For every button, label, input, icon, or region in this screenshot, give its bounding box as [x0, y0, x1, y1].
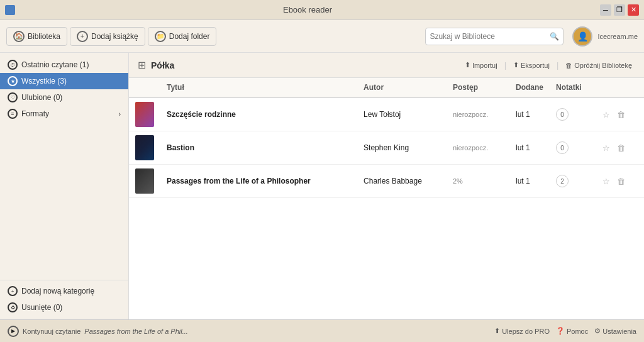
- close-button[interactable]: ✕: [628, 4, 639, 16]
- table-row[interactable]: Szczęście rodzinne Lew Tołstoj nierozpoc…: [129, 97, 644, 131]
- book-cover: [135, 168, 154, 194]
- add-book-icon: +: [77, 31, 88, 42]
- book-actions-cell: ☆ 🗑: [594, 165, 644, 198]
- upgrade-icon: ⬆: [494, 327, 500, 335]
- book-cover: [135, 102, 154, 127]
- toolbar: 🏠 Biblioteka + Dodaj książkę 📁 Dodaj fol…: [0, 20, 644, 53]
- window-controls: ─ ❐ ✕: [600, 4, 639, 16]
- shelf-header: ⊞ Półka ⬆ Importuj | ⬆ Eksportuj | 🗑 Opr…: [129, 53, 644, 78]
- add-folder-label: Dodaj folder: [169, 32, 210, 41]
- books-table: Tytuł Autor Postęp Dodane Notatki Szczęś…: [129, 78, 644, 198]
- separator: |: [504, 60, 506, 70]
- favorite-button[interactable]: ☆: [600, 142, 613, 154]
- plus-icon: +: [8, 286, 18, 296]
- export-button[interactable]: ⬆ Eksportuj: [510, 59, 553, 71]
- help-icon: ❓: [556, 327, 565, 335]
- book-cover-cell: [129, 131, 160, 165]
- book-cover-cell: [129, 165, 160, 198]
- search-icon: 🔍: [550, 32, 559, 41]
- book-author-cell: Stephen King: [357, 131, 447, 165]
- user-section: 👤 Icecream.me: [566, 26, 638, 47]
- shelf-actions: ⬆ Importuj | ⬆ Eksportuj | 🗑 Opróźnij Bi…: [462, 59, 635, 71]
- add-folder-button[interactable]: 📁 Dodaj folder: [148, 27, 217, 46]
- table-row[interactable]: Bastion Stephen King nierozpocz. lut 1 0…: [129, 131, 644, 165]
- sidebar-item-formats[interactable]: ≡ Formaty ›: [0, 106, 128, 122]
- col-title: Tytuł: [160, 78, 357, 97]
- delete-button[interactable]: 🗑: [614, 142, 628, 154]
- sidebar-label-all: Wszystkie (3): [21, 77, 67, 86]
- book-added-cell: lut 1: [509, 97, 550, 131]
- sidebar-item-favorites[interactable]: ♡ Ulubione (0): [0, 89, 128, 106]
- book-progress-cell: nierozpocz.: [447, 97, 509, 131]
- help-button[interactable]: ❓ Pomoc: [556, 327, 588, 335]
- sidebar-item-recently-read[interactable]: ⏱ Ostatnio czytane (1): [0, 57, 128, 73]
- delete-button[interactable]: 🗑: [614, 175, 628, 187]
- user-avatar[interactable]: 👤: [572, 26, 592, 47]
- search-container: 🔍: [425, 28, 564, 45]
- sidebar-bottom: + Dodaj nową kategorię ♻ Usunięte (0): [0, 280, 128, 316]
- content-area: ⊞ Półka ⬆ Importuj | ⬆ Eksportuj | 🗑 Opr…: [129, 53, 644, 319]
- table-header-row: Tytuł Autor Postęp Dodane Notatki: [129, 78, 644, 97]
- sidebar-item-all[interactable]: ★ Wszystkie (3): [0, 73, 128, 89]
- statusbar: ▶ Kontynuuj czytanie Passages from the L…: [0, 319, 644, 342]
- trash-icon: 🗑: [565, 62, 572, 69]
- col-cover: [129, 78, 160, 97]
- library-label: Biblioteka: [28, 32, 60, 41]
- delete-button[interactable]: 🗑: [614, 109, 628, 121]
- clear-library-button[interactable]: 🗑 Opróźnij Bibliotekę: [562, 60, 635, 71]
- book-cover-cell: [129, 97, 160, 131]
- star-icon: ★: [8, 76, 18, 86]
- app-icon: [5, 5, 15, 15]
- book-progress-cell: 2%: [447, 165, 509, 198]
- book-cover: [135, 135, 154, 160]
- upgrade-button[interactable]: ⬆ Ulepsz do PRO: [494, 327, 550, 335]
- user-label: Icecream.me: [597, 33, 638, 40]
- restore-button[interactable]: ❐: [614, 4, 625, 16]
- sidebar-label-deleted: Usunięte (0): [21, 303, 62, 312]
- book-notes-cell: 0: [550, 131, 594, 165]
- sidebar-item-add-category[interactable]: + Dodaj nową kategorię: [0, 283, 128, 299]
- add-book-button[interactable]: + Dodaj książkę: [70, 27, 145, 46]
- window-title: Ebook reader: [15, 5, 600, 14]
- sidebar-label-recently-read: Ostatnio czytane (1): [21, 60, 89, 69]
- search-input[interactable]: [430, 32, 550, 41]
- book-notes-cell: 0: [550, 97, 594, 131]
- book-author-cell: Lew Tołstoj: [357, 97, 447, 131]
- add-folder-icon: 📁: [155, 31, 166, 42]
- play-button[interactable]: ▶: [8, 326, 19, 337]
- layers-icon: ≡: [8, 109, 18, 119]
- col-notes: Notatki: [550, 78, 594, 97]
- book-notes-cell: 2: [550, 165, 594, 198]
- import-button[interactable]: ⬆ Importuj: [462, 59, 501, 71]
- favorite-button[interactable]: ☆: [600, 175, 613, 187]
- sidebar-label-formats: Formaty: [21, 109, 49, 118]
- book-author-cell: Charles Babbage: [357, 165, 447, 198]
- settings-button[interactable]: ⚙ Ustawienia: [594, 327, 636, 335]
- separator2: |: [557, 60, 558, 70]
- titlebar: Ebook reader ─ ❐ ✕: [0, 0, 644, 20]
- shelf-title: Półka: [151, 60, 457, 70]
- settings-icon: ⚙: [594, 327, 601, 335]
- library-button[interactable]: 🏠 Biblioteka: [6, 27, 67, 46]
- import-icon: ⬆: [465, 61, 470, 69]
- book-title-cell: Bastion: [160, 131, 357, 165]
- main-area: ⏱ Ostatnio czytane (1) ★ Wszystkie (3) ♡…: [0, 53, 644, 319]
- sidebar-label-favorites: Ulubione (0): [21, 93, 62, 102]
- col-progress: Postęp: [447, 78, 509, 97]
- book-actions-cell: ☆ 🗑: [594, 131, 644, 165]
- favorite-button[interactable]: ☆: [600, 109, 613, 121]
- col-actions: [594, 78, 644, 97]
- chevron-right-icon: ›: [119, 111, 121, 118]
- add-book-label: Dodaj książkę: [91, 32, 138, 41]
- clock-icon: ⏱: [8, 60, 18, 70]
- book-added-cell: lut 1: [509, 165, 550, 198]
- current-book-title: Passages from the Life of a Phil...: [84, 328, 187, 335]
- table-row[interactable]: Passages from the Life of a Philosopher …: [129, 165, 644, 198]
- sidebar-item-deleted[interactable]: ♻ Usunięte (0): [0, 299, 128, 316]
- library-icon: 🏠: [13, 31, 25, 42]
- recycle-icon: ♻: [8, 302, 18, 312]
- book-added-cell: lut 1: [509, 131, 550, 165]
- book-progress-cell: nierozpocz.: [447, 131, 509, 165]
- minimize-button[interactable]: ─: [600, 4, 611, 16]
- sidebar: ⏱ Ostatnio czytane (1) ★ Wszystkie (3) ♡…: [0, 53, 129, 319]
